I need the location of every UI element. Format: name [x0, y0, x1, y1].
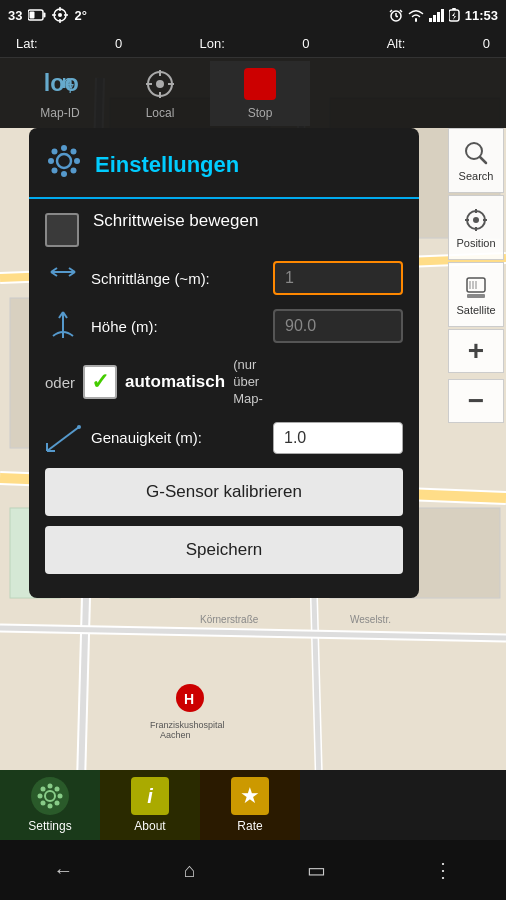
alt-value: 0 — [483, 36, 490, 51]
svg-point-74 — [61, 145, 67, 151]
accuracy-label: Genauigkeit (m): — [91, 429, 263, 446]
auto-note: (nurüberMap- — [233, 357, 263, 408]
zoom-in-icon: + — [468, 335, 484, 367]
local-label: Local — [146, 106, 175, 120]
satellite-button[interactable]: Satellite — [448, 262, 504, 327]
height-icon — [45, 310, 81, 342]
signal-icon — [429, 8, 445, 22]
clock: 11:53 — [465, 8, 498, 23]
toolbar-local-button[interactable]: Local — [110, 61, 210, 126]
status-left: 33 2° — [8, 7, 87, 23]
svg-marker-20 — [452, 12, 456, 20]
svg-line-61 — [480, 157, 486, 163]
auto-row: oder ✓ automatisch (nurüberMap- — [45, 357, 403, 408]
accuracy-icon — [45, 423, 81, 453]
auto-checkbox[interactable]: ✓ — [83, 365, 117, 399]
height-row: Höhe (m): — [45, 309, 403, 343]
nav-rate-button[interactable]: ★ Rate — [200, 770, 300, 840]
or-label: oder — [45, 374, 75, 391]
lat-value: 0 — [115, 36, 122, 51]
accuracy-row: Genauigkeit (m): — [45, 422, 403, 454]
more-button[interactable]: ⋮ — [418, 850, 468, 890]
more-icon: ⋮ — [433, 858, 453, 882]
svg-point-76 — [48, 158, 54, 164]
rate-nav-icon: ★ — [231, 777, 269, 815]
svg-point-99 — [41, 787, 46, 792]
toolbar: loo n 7 Map-ID Local Stop — [0, 58, 506, 128]
zoom-out-button[interactable]: − — [448, 379, 504, 423]
search-label: Search — [459, 170, 494, 182]
about-nav-label: About — [134, 819, 165, 833]
charging-icon — [449, 8, 461, 22]
zoom-in-button[interactable]: + — [448, 329, 504, 373]
status-bar: 33 2° — [0, 0, 506, 30]
nav-about-button[interactable]: i About — [100, 770, 200, 840]
dialog-header: Einstellungen — [29, 128, 419, 199]
temperature: 2° — [74, 8, 86, 23]
dialog-title: Einstellungen — [95, 152, 239, 178]
svg-rect-1 — [44, 13, 46, 18]
svg-point-75 — [61, 171, 67, 177]
step-move-checkbox[interactable] — [45, 213, 79, 247]
map-side-buttons: Search Position Satellite + − — [448, 128, 506, 423]
calibrate-button[interactable]: G-Sensor kalibrieren — [45, 468, 403, 516]
step-length-row: Schrittlänge (~m): — [45, 261, 403, 295]
svg-point-93 — [77, 425, 81, 429]
rate-nav-label: Rate — [237, 819, 262, 833]
zoom-out-icon: − — [468, 385, 484, 417]
dialog-body: Schrittweise bewegen Schrittlänge (~m): — [29, 199, 419, 586]
settings-nav-icon — [31, 777, 69, 815]
gps-bar: Lat: 0 Lon: 0 Alt: 0 — [0, 30, 506, 58]
svg-point-101 — [41, 801, 46, 806]
auto-label-text: automatisch — [125, 372, 225, 392]
stop-icon — [242, 66, 278, 102]
lat-label: Lat: — [16, 36, 38, 51]
alarm-icon — [389, 8, 403, 22]
svg-rect-16 — [437, 12, 440, 22]
toolbar-stop-button[interactable]: Stop — [210, 61, 310, 126]
svg-point-96 — [48, 804, 53, 809]
svg-rect-69 — [467, 294, 485, 298]
nav-settings-button[interactable]: Settings — [0, 770, 100, 840]
svg-point-100 — [55, 801, 60, 806]
home-button[interactable]: ⌂ — [165, 850, 215, 890]
mapid-icon: loo n 7 — [42, 66, 78, 102]
search-button[interactable]: Search — [448, 128, 504, 193]
svg-point-4 — [58, 13, 62, 17]
svg-rect-19 — [452, 8, 456, 10]
settings-nav-label: Settings — [28, 819, 71, 833]
svg-line-12 — [390, 10, 392, 12]
svg-point-73 — [57, 154, 71, 168]
save-button[interactable]: Speichern — [45, 526, 403, 574]
bottom-nav: Settings i About ★ Rate — [0, 770, 506, 840]
height-input[interactable] — [273, 309, 403, 343]
back-button[interactable]: ← — [38, 850, 88, 890]
svg-rect-15 — [433, 15, 436, 22]
svg-point-81 — [71, 149, 77, 155]
position-button[interactable]: Position — [448, 195, 504, 260]
svg-point-78 — [52, 149, 58, 155]
satellite-label: Satellite — [456, 304, 495, 316]
recents-button[interactable]: ▭ — [291, 850, 341, 890]
svg-line-90 — [47, 427, 79, 451]
wifi-icon — [407, 8, 425, 22]
svg-point-97 — [38, 794, 43, 799]
step-move-label: Schrittweise bewegen — [93, 211, 258, 231]
recents-icon: ▭ — [307, 858, 326, 882]
accuracy-input[interactable] — [273, 422, 403, 454]
toolbar-mapid-button[interactable]: loo n 7 Map-ID — [10, 61, 110, 126]
svg-point-79 — [71, 168, 77, 174]
svg-rect-14 — [429, 18, 432, 22]
svg-rect-2 — [30, 12, 35, 19]
step-length-icon — [45, 264, 81, 292]
step-move-row: Schrittweise bewegen — [45, 211, 403, 247]
status-right: 11:53 — [389, 8, 498, 23]
alt-label: Alt: — [387, 36, 406, 51]
step-length-input[interactable] — [273, 261, 403, 295]
svg-point-55 — [156, 80, 164, 88]
stop-label: Stop — [248, 106, 273, 120]
svg-line-13 — [400, 10, 402, 12]
about-nav-icon: i — [131, 777, 169, 815]
lon-value: 0 — [302, 36, 309, 51]
local-icon — [142, 66, 178, 102]
